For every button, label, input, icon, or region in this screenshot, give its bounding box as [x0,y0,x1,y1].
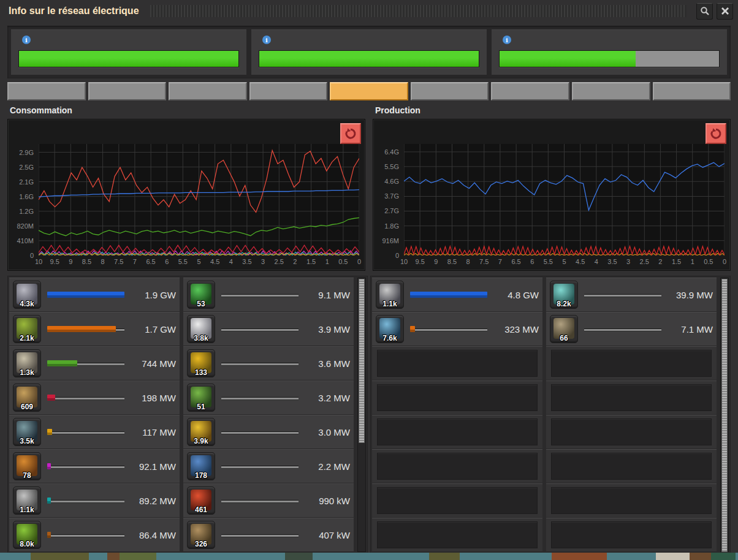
terrain-block [656,553,690,560]
empty-row [372,449,542,483]
consumption-row: 1.3k744 MW [9,346,180,380]
close-icon [721,7,729,15]
item-power-value: 990 kW [305,496,350,506]
y-tick-label: 3.7G [384,192,399,200]
item-count: 609 [13,403,40,411]
x-tick-label: 9.5 [50,258,59,265]
scrollbar-thumb[interactable] [721,279,728,552]
item-power-value: 1.7 GW [131,324,176,335]
production-reset-zoom-button[interactable] [706,123,726,144]
terrain-block [429,553,460,560]
x-tick-label: 6.5 [511,258,520,265]
consumption-row: 8.0k86.4 MW [9,518,180,552]
time-button-tout[interactable] [653,82,731,100]
stat-label: i [499,34,720,45]
item-count: 3.9k [188,437,215,445]
consumption-row: 609198 MW [9,380,180,415]
time-button-1000h[interactable] [572,82,650,100]
usage-bar [584,290,661,300]
terrain-block [607,553,656,560]
roboport-icon: 53 [187,281,215,309]
time-button-250h[interactable] [491,82,569,100]
consumption-row: 3.5k117 MW [9,415,180,449]
info-icon[interactable]: i [503,36,511,44]
x-tick-label: 3 [626,258,630,265]
x-tick-label: 6.5 [146,258,155,265]
terrain-block [156,553,285,560]
item-power-value: 2.2 MW [305,461,350,472]
x-tick-label: 6 [165,258,169,265]
x-tick-label: 7.5 [479,258,489,265]
x-tick-label: 2 [658,258,662,265]
charts-row: Consommation 2.9G2.5G2.1G1.6G1.2G820M410… [7,104,731,271]
item-power-value: 92.1 MW [131,461,176,472]
item-power-value: 39.9 MW [668,290,713,300]
item-count: 53 [188,300,215,308]
item-power-value: 198 MW [131,393,176,403]
info-icon[interactable]: i [262,36,271,44]
production-chart-panel: Production 6.4G5.5G4.6G3.7G2.7G1.8G916M0… [373,104,731,271]
usage-bar [47,530,124,540]
empty-slot [551,521,712,548]
empty-row [546,380,717,415]
x-tick-label: 1.5 [306,258,316,265]
x-tick-label: 8.5 [447,258,457,265]
production-scrollbar[interactable] [720,278,729,552]
time-button-1min[interactable] [88,82,167,100]
x-tick-label: 10 [35,258,42,265]
x-tick-label: 2.5 [275,258,284,265]
stat-progressbar [18,50,239,67]
consumption-column: 4.3k1.9 GW2.1k1.7 GW1.3k744 MW609198 MW3… [9,278,180,552]
y-tick-label: 2.1G [19,178,34,186]
item-count: 1.3k [13,368,40,377]
info-icon[interactable]: i [22,36,31,44]
consumption-row: 1.1k89.2 MW [9,483,180,518]
consumption-reset-zoom-button[interactable] [340,123,361,144]
x-tick-label: 8 [466,258,470,265]
consumption-chart-panel: Consommation 2.9G2.5G2.1G1.6G1.2G820M410… [7,104,365,271]
usage-bar [221,393,299,403]
terrain-block [552,553,607,560]
inserter-green-icon: 8.0k [13,521,41,549]
usage-bar [47,393,124,403]
consumption-row: 539.1 MW [183,278,354,312]
production-plot [404,144,725,255]
usage-bar [47,461,124,471]
x-tick-label: 0.5 [338,258,348,265]
terrain-block [736,553,738,560]
consumption-scrollbar[interactable] [357,278,366,552]
close-button[interactable] [717,3,733,20]
item-power-value: 1.9 GW [131,290,176,300]
empty-slot [551,350,712,377]
usage-bar [221,530,299,540]
item-power-value: 407 kW [305,530,350,540]
empty-row [546,449,717,483]
consumption-chart: 2.9G2.5G2.1G1.6G1.2G820M410M0 109.598.58… [7,119,365,271]
big-mining-drill-icon: 78 [13,452,41,480]
time-button-10h[interactable] [330,82,408,100]
usage-bar [47,427,124,437]
item-power-value: 86.4 MW [131,530,176,540]
time-button-1h[interactable] [249,82,328,100]
empty-slot [551,384,712,411]
time-button-5s[interactable] [7,82,86,100]
y-tick-label: 2.7G [384,206,399,215]
scrollbar-thumb[interactable] [359,279,365,443]
window-title: Info sur le réseau électrique [9,6,139,17]
steam-engine-icon: 66 [550,315,578,343]
usage-bar [410,324,487,334]
empty-slot [551,453,712,480]
time-button-50h[interactable] [411,82,489,100]
pumpjack-green-icon: 51 [187,384,215,412]
window-drag-handle[interactable] [150,5,687,17]
x-tick-label: 10 [400,258,408,265]
terrain-block [107,553,120,560]
production-row: 8.2k39.9 MW [546,278,717,312]
empty-row [546,483,717,518]
search-button[interactable] [696,3,713,20]
x-tick-label: 7 [498,258,502,265]
consumption-row: 461990 kW [183,483,354,518]
item-power-value: 3.6 MW [305,358,350,369]
time-button-10min[interactable] [169,82,247,100]
item-count: 3.8k [188,334,215,342]
